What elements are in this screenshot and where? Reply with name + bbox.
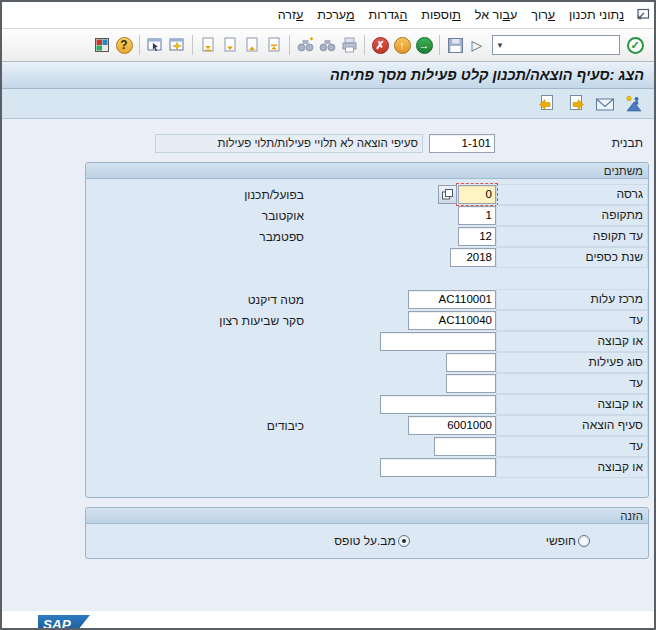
input-cost-center-to[interactable]: AC110040: [408, 311, 496, 330]
standard-toolbar: ✓ ▼ ▷ → ↑ ✗: [2, 29, 654, 62]
next-layout-button[interactable]: [565, 93, 587, 115]
window-arrow-icon: [635, 8, 650, 22]
new-session-button[interactable]: [144, 33, 166, 57]
binoculars-plus-icon: [297, 37, 314, 53]
form-row: או קבוצה: [86, 394, 648, 415]
layout-description: סעיפי הוצאה לא תלויי פעילות/תלוי פעילות: [155, 134, 423, 153]
field-description-cost-center-to: סקר שביעות רצון: [219, 314, 304, 328]
menu-item-2[interactable]: ערוך: [524, 5, 562, 25]
field-zone: [304, 374, 496, 393]
field-label-from-period: מתקופה: [496, 205, 648, 226]
radio-label-free: חופשי: [546, 534, 576, 548]
field-label-cost-element-group: או קבוצה: [496, 457, 648, 478]
enter-button[interactable]: ✓: [624, 33, 646, 57]
variables-group-body: גרסה0בפועל/תכנוןמתקופה1אוקטוברעד תקופה12…: [86, 179, 648, 497]
input-cost-element-to[interactable]: [434, 437, 496, 456]
form-row: סעיף הוצאה6001000כיבודים: [86, 415, 648, 436]
overview-screen-button[interactable]: [623, 93, 645, 115]
radio-option-free[interactable]: חופשי: [546, 534, 590, 548]
menu-item-1[interactable]: נתוני תכנון: [562, 5, 631, 25]
screen-body: תבנית 1-101 סעיפי הוצאה לא תלויי פעילות/…: [2, 119, 654, 611]
find-button[interactable]: [316, 33, 338, 57]
previous-layout-button[interactable]: [536, 93, 558, 115]
layout-input[interactable]: 1-101: [429, 134, 495, 153]
page-up-icon: [244, 36, 260, 54]
chevron-down-icon[interactable]: ▼: [496, 41, 504, 50]
form-row: גרסה0בפועל/תכנון: [86, 184, 648, 205]
radio-icon-free[interactable]: [578, 535, 590, 547]
exit-button[interactable]: ↑: [391, 33, 413, 57]
period-screen-button[interactable]: [594, 93, 616, 115]
field-zone: 12: [304, 227, 496, 246]
form-row: או קבוצה: [86, 457, 648, 478]
application-toolbar: [2, 89, 654, 119]
page-up-button[interactable]: [241, 33, 263, 57]
save-button[interactable]: [444, 33, 466, 57]
field-zone: AC110001: [304, 290, 496, 309]
separator: [364, 35, 365, 55]
page-arrow-right-icon: [567, 94, 585, 113]
cancel-button[interactable]: ✗: [369, 33, 391, 57]
menu-item-4[interactable]: תוספות: [414, 5, 467, 25]
x-icon: ✗: [372, 37, 389, 54]
value-help-button[interactable]: [438, 185, 457, 204]
menu-item-7[interactable]: עזרה: [271, 5, 311, 25]
field-zone: AC110040: [304, 311, 496, 330]
arrow-right-icon: →: [416, 37, 433, 54]
form-row: סוג פעילות: [86, 352, 648, 373]
input-activity-type-to[interactable]: [446, 374, 496, 393]
form-row: עדAC110040סקר שביעות רצון: [86, 310, 648, 331]
variables-group-title: משתנים: [604, 165, 643, 177]
page-arrow-left-icon: [538, 94, 556, 113]
input-cost-center-from[interactable]: AC110001: [408, 290, 496, 309]
footer: SAP: [2, 611, 654, 628]
form-row: מרכז עלותAC110001מטה דיקנט: [86, 289, 648, 310]
input-cost-element-group[interactable]: [380, 458, 496, 477]
field-zone: 1: [304, 206, 496, 225]
field-zone: [304, 353, 496, 372]
input-activity-type-group[interactable]: [380, 395, 496, 414]
input-version[interactable]: 0: [458, 185, 496, 204]
expand-command-button[interactable]: ▷: [466, 33, 488, 57]
help-button[interactable]: ?: [113, 33, 135, 57]
color-grid-icon: [94, 37, 110, 53]
field-zone: 0: [304, 185, 496, 204]
find-next-button[interactable]: [294, 33, 316, 57]
field-zone: [304, 395, 496, 414]
sap-logo: SAP: [38, 615, 90, 628]
input-cost-element-from[interactable]: 6001000: [408, 416, 496, 435]
input-activity-type-from[interactable]: [446, 353, 496, 372]
page-first-icon: [266, 36, 282, 54]
input-to-period[interactable]: 12: [458, 227, 496, 246]
radio-label-form-based: מב.על טופס: [334, 534, 396, 548]
field-zone: 6001000: [304, 416, 496, 435]
back-button[interactable]: →: [413, 33, 435, 57]
layout-label: תבנית: [495, 133, 647, 153]
menu-item-6[interactable]: מערכת: [310, 5, 361, 25]
first-page-button[interactable]: [263, 33, 285, 57]
last-page-button[interactable]: [197, 33, 219, 57]
print-button[interactable]: [338, 33, 360, 57]
checkmark-icon: ✓: [627, 37, 644, 54]
menu-item-3[interactable]: עבור אל: [468, 5, 524, 25]
field-label-cost-center-from: מרכז עלות: [496, 289, 648, 310]
entry-group-title: הזנה: [620, 510, 643, 522]
input-fiscal-year[interactable]: 2018: [450, 248, 496, 267]
command-field[interactable]: ▼: [492, 35, 620, 55]
radio-icon-form-based[interactable]: [398, 535, 410, 547]
field-label-to-period: עד תקופה: [496, 226, 648, 247]
menu-item-5[interactable]: הגדרות: [362, 5, 415, 25]
radio-option-form-based[interactable]: מב.על טופס: [334, 534, 410, 548]
page-last-icon: [200, 36, 216, 54]
input-from-period[interactable]: 1: [458, 206, 496, 225]
page-down-button[interactable]: [219, 33, 241, 57]
field-zone: 2018: [304, 248, 496, 267]
separator: [139, 35, 140, 55]
form-row: עד תקופה12ספטמבר: [86, 226, 648, 247]
create-shortcut-button[interactable]: [166, 33, 188, 57]
input-cost-center-group[interactable]: [380, 332, 496, 351]
field-label-version: גרסה: [496, 184, 648, 205]
printer-icon: [341, 37, 358, 53]
customize-layout-button[interactable]: [91, 33, 113, 57]
field-label-cost-element-to: עד: [496, 436, 648, 457]
